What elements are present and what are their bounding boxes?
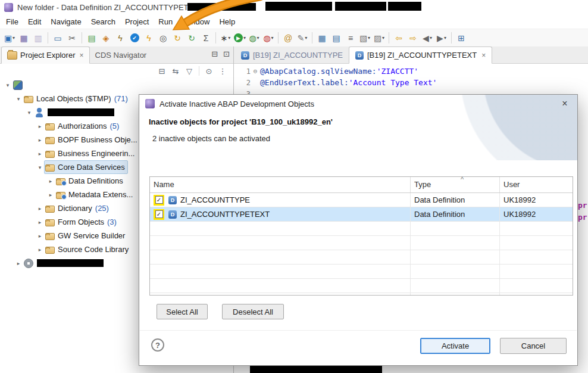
chevron-right-icon[interactable]: ▸ [36, 247, 44, 253]
data-preview-icon[interactable]: ◍▾ [261, 31, 276, 45]
chevron-right-icon[interactable]: ▸ [36, 137, 44, 143]
select-all-button[interactable]: Select All [157, 304, 208, 319]
open-perspective-icon[interactable]: ⊞ [454, 31, 468, 45]
column-header-user[interactable]: User [500, 177, 573, 192]
chevron-down-icon[interactable]: ▾ [14, 96, 23, 102]
layers-icon[interactable]: ▧▾ [358, 31, 372, 45]
code-line[interactable]: 1⊖@AbapCatalog.sqlViewName: 'ZIACCTT' [234, 66, 588, 77]
next-edit-icon[interactable]: ⇨ [406, 31, 420, 45]
outline-icon[interactable]: ▤ [329, 31, 343, 45]
chevron-right-icon[interactable]: ▸ [14, 260, 23, 266]
dropdown-arrow-icon[interactable]: ▾ [305, 35, 307, 41]
forward-icon[interactable]: ▶▾ [434, 31, 449, 45]
edit-icon[interactable]: ✎▾ [295, 31, 309, 45]
console-icon[interactable]: ▭ [51, 31, 65, 45]
chevron-down-icon[interactable]: ▾ [36, 164, 44, 170]
fold-marker-icon[interactable]: ⊖ [251, 67, 260, 75]
chevron-right-icon[interactable]: ▸ [36, 233, 44, 239]
cancel-button[interactable]: Cancel [500, 338, 567, 354]
new-abap-object-icon[interactable]: ▤ [85, 31, 99, 45]
link-with-editor-icon[interactable]: ⇆ [170, 65, 182, 77]
chevron-right-icon[interactable]: ▸ [36, 219, 44, 225]
activate-button[interactable]: Activate [420, 338, 490, 354]
hierarchy-icon[interactable]: ≡ [343, 31, 358, 45]
dialog-close-icon[interactable]: × [558, 98, 571, 109]
tab-project-explorer[interactable]: Project Explorer × [1, 46, 90, 64]
column-header-name[interactable]: Name [150, 177, 411, 192]
table-row-zi-accounttype[interactable]: ✓ZI_ACCOUNTTYPEData DefinitionUK18992 [150, 193, 573, 207]
new-database-icon[interactable]: ◍▾ [247, 31, 261, 45]
external-tools-icon[interactable]: ∗▾ [218, 31, 233, 45]
table-row-empty[interactable] [150, 236, 573, 250]
mass-activate-icon[interactable]: ϟ [113, 31, 127, 45]
table-row-empty[interactable] [150, 222, 573, 236]
dropdown-arrow-icon[interactable]: ▾ [257, 35, 259, 41]
cut-icon[interactable]: ✂ [65, 31, 79, 45]
dropdown-arrow-icon[interactable]: ▾ [444, 35, 446, 41]
activate-icon[interactable]: ϟ [142, 31, 156, 45]
dropdown-arrow-icon[interactable]: ▾ [368, 35, 370, 41]
tab-cds-navigator[interactable]: CDS Navigator [90, 47, 152, 63]
chevron-right-icon[interactable]: ▸ [46, 178, 55, 184]
code-line[interactable]: 2@EndUserText.label: 'Account Type Text' [234, 77, 588, 88]
chevron-right-icon[interactable]: ▸ [36, 206, 44, 212]
close-icon[interactable]: × [79, 51, 83, 60]
save-all-icon[interactable]: ▥ [31, 31, 45, 45]
menu-item-navigate[interactable]: Navigate [46, 15, 86, 28]
dialog-title: Activate Inactive ABAP Development Objec… [159, 100, 314, 108]
menu-item-help[interactable]: Help [214, 15, 240, 28]
new-wizard-icon[interactable]: ▣▾ [2, 31, 17, 45]
deselect-all-button[interactable]: Deselect All [222, 304, 284, 319]
menu-item-run[interactable]: Run [154, 15, 177, 28]
layout-grid-icon[interactable]: ▦ [315, 31, 329, 45]
table-row-empty[interactable] [150, 265, 573, 279]
tab-label: [B19] ZI_ACCOUNTTYPETEXT [367, 51, 477, 60]
dropdown-arrow-icon[interactable]: ▾ [228, 35, 230, 41]
menu-item-window[interactable]: Window [177, 15, 214, 28]
focus-icon[interactable]: ⊙ [203, 65, 215, 77]
table-row-zi-accounttypetext[interactable]: ✓ZI_ACCOUNTTYPETEXTData DefinitionUK1899… [150, 207, 573, 222]
table-row-empty[interactable] [150, 293, 573, 296]
menu-item-project[interactable]: Project [120, 15, 154, 28]
chevron-right-icon[interactable]: ▸ [36, 123, 44, 129]
previous-edit-icon[interactable]: ⇦ [392, 31, 406, 45]
dropdown-arrow-icon[interactable]: ▾ [430, 35, 432, 41]
minimize-icon[interactable]: ⊟ [211, 49, 218, 58]
tree-row[interactable]: ▾ [0, 78, 233, 92]
menu-item-search[interactable]: Search [86, 15, 120, 28]
table-row-empty[interactable] [150, 250, 573, 265]
row-checkbox[interactable]: ✓ [155, 196, 163, 204]
chevron-down-icon[interactable]: ▾ [25, 110, 33, 116]
where-used-icon[interactable]: ◎ [156, 31, 170, 45]
close-icon[interactable]: × [481, 51, 486, 60]
dropdown-arrow-icon[interactable]: ▾ [12, 35, 15, 41]
save-icon[interactable]: ▦ [17, 31, 31, 45]
filter-icon[interactable]: ▽ [183, 65, 195, 77]
column-header-type[interactable]: Type [411, 177, 500, 192]
back-icon[interactable]: ◀▾ [420, 31, 434, 45]
maximize-icon[interactable]: ⊡ [223, 49, 230, 58]
menu-item-edit[interactable]: Edit [23, 15, 46, 28]
row-checkbox[interactable]: ✓ [155, 210, 163, 218]
chevron-right-icon[interactable]: ▸ [46, 192, 55, 198]
collapse-all-icon[interactable]: ⊟ [156, 65, 168, 77]
chevron-down-icon[interactable]: ▾ [4, 82, 12, 88]
table-row-empty[interactable] [150, 279, 573, 293]
sap-gui-icon[interactable]: @ [281, 31, 295, 45]
editor-tab-zi-accounttypetext[interactable]: [B19] ZI_ACCOUNTTYPETEXT × [349, 46, 492, 64]
menu-item-file[interactable]: File [1, 15, 23, 28]
table-view-icon[interactable]: ▨▾ [372, 31, 386, 45]
view-menu-icon[interactable]: ⋮ [217, 65, 229, 77]
chevron-right-icon[interactable]: ▸ [36, 151, 44, 157]
dropdown-arrow-icon[interactable]: ▾ [382, 35, 384, 41]
run-icon[interactable]: ▶▾ [233, 31, 247, 45]
editor-tab-zi-accounttype[interactable]: [B19] ZI_ACCOUNTTYPE [235, 47, 349, 63]
transport-icon[interactable]: ◈ [99, 31, 113, 45]
refresh-icon[interactable]: ↻ [170, 31, 184, 45]
atc-check-icon[interactable]: ✔ [127, 31, 142, 45]
dropdown-arrow-icon[interactable]: ▾ [271, 35, 274, 41]
sync-icon[interactable]: ↻ [184, 31, 199, 45]
statistics-icon[interactable]: Σ [199, 31, 213, 45]
dropdown-arrow-icon[interactable]: ▾ [243, 35, 246, 41]
help-button[interactable]: ? [151, 338, 164, 352]
